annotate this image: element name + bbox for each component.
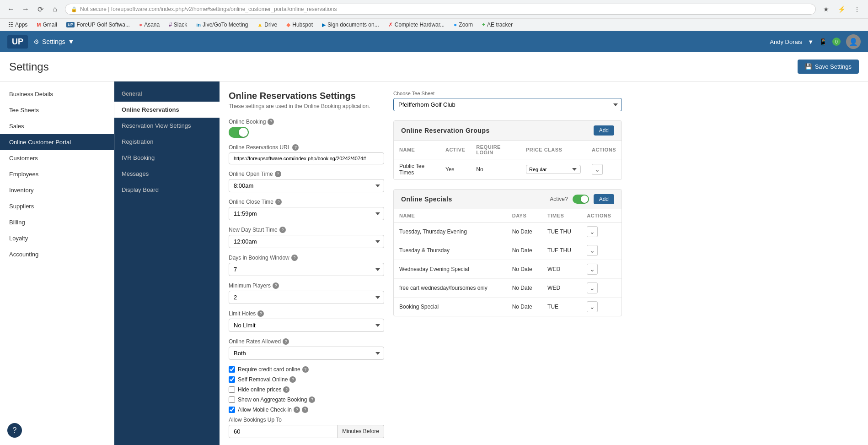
sidebar-item-billing[interactable]: Billing [0,214,114,230]
bookmark-hubspot[interactable]: ◆ Hubspot [283,21,316,29]
booking-window-info-icon[interactable]: ? [291,255,298,261]
save-settings-button[interactable]: 💾 Save Settings [798,60,859,74]
back-button[interactable]: ← [5,3,17,16]
online-specials-add-button[interactable]: Add [594,194,614,204]
reload-button[interactable]: ⟳ [34,3,47,16]
sidebar-item-employees[interactable]: Employees [0,166,114,182]
online-booking-info-icon[interactable]: ? [268,119,274,125]
open-time-info-icon[interactable]: ? [275,171,281,177]
sidebar-label-accounting: Accounting [9,251,38,258]
app-settings-button[interactable]: ⚙ Settings ▼ [33,38,74,45]
bookmark-asana[interactable]: ● Asana [135,21,163,29]
close-time-info-icon[interactable]: ? [275,199,282,205]
forward-button[interactable]: → [19,3,32,16]
sidebar-label-suppliers: Suppliers [9,203,34,210]
mobile-checkin-checkbox[interactable] [229,407,235,413]
app-logo[interactable]: UP [7,35,28,49]
tee-sheet-section: Choose Tee Sheet Pfeifferhorn Golf Club [393,91,622,111]
complete-icon: ✗ [388,22,393,28]
bookmark-sign[interactable]: ▶ Sign documents on... [318,21,383,29]
center-nav-item-reservation-view[interactable]: Reservation View Settings [114,118,220,134]
specials-col-actions: ACTIONS [581,209,622,222]
bookmark-jive[interactable]: in Jive/GoTo Meeting [193,21,252,29]
sidebar-item-loyalty[interactable]: Loyalty [0,230,114,246]
special-action-button-2[interactable]: ⌄ [587,264,598,275]
sidebar-item-business-details[interactable]: Business Details [0,86,114,102]
sidebar-item-suppliers[interactable]: Suppliers [0,198,114,214]
bookmark-zoom[interactable]: ● Zoom [450,21,477,29]
center-nav-item-ivr-booking[interactable]: IVR Booking [114,150,220,166]
url-input[interactable] [229,152,384,164]
tee-sheet-label: Choose Tee Sheet [393,91,622,96]
row-action-button[interactable]: ⌄ [592,164,603,175]
allow-bookings-input[interactable] [229,425,338,438]
aggregate-info-icon[interactable]: ? [309,396,315,403]
toggle-knob [239,128,248,137]
menu-button[interactable]: ⋮ [851,3,863,16]
new-day-select[interactable]: 12:00am [229,235,384,248]
booking-window-select[interactable]: 7 [229,263,384,276]
require-cc-info-icon[interactable]: ? [302,366,309,373]
mobile-checkin-info-icon[interactable]: ? [294,407,300,413]
price-class-select[interactable]: Regular [526,165,581,174]
open-time-select[interactable]: 8:00am [229,179,384,192]
url-info-icon[interactable]: ? [292,144,299,151]
help-button[interactable]: ? [7,423,22,438]
address-bar[interactable]: 🔒 Not secure | foreupsoftware.com/index.… [65,4,816,15]
center-nav-item-registration[interactable]: Registration [114,134,220,150]
sidebar-item-tee-sheets[interactable]: Tee Sheets [0,102,114,118]
table-row: Tuesday, Thursday Evening No Date TUE TH… [394,222,622,241]
center-nav-item-display-board[interactable]: Display Board [114,182,220,198]
sidebar-item-accounting[interactable]: Accounting [0,246,114,262]
limit-holes-select[interactable]: No Limit [229,319,384,332]
col-actions: ACTIONS [586,141,622,159]
self-removal-checkbox[interactable] [229,376,235,383]
bookmarks-bar: ☷ Apps M Gmail UP ForeUP Golf Softwa... … [0,19,868,31]
bookmark-ae[interactable]: + AE tracker [478,21,516,29]
center-nav-label-display-board: Display Board [122,186,159,193]
special-action-button-0[interactable]: ⌄ [587,226,598,237]
special-times-1: TUE THU [542,241,581,260]
star-button[interactable]: ★ [820,3,832,16]
sidebar-item-inventory[interactable]: Inventory [0,182,114,198]
user-name[interactable]: Andy Dorais [770,38,802,45]
mobile-checkin-info-icon2[interactable]: ? [302,407,308,413]
limit-holes-info-icon[interactable]: ? [257,310,264,317]
center-nav-item-online-reservations[interactable]: Online Reservations [114,102,220,118]
self-removal-info-icon[interactable]: ? [289,376,296,383]
user-avatar[interactable]: 👤 [846,34,861,49]
tee-sheet-select[interactable]: Pfeifferhorn Golf Club [393,98,622,111]
bookmark-apps[interactable]: ☷ Apps [5,21,31,29]
jive-icon: in [196,22,201,27]
sidebar-item-sales[interactable]: Sales [0,118,114,134]
require-cc-checkbox[interactable] [229,366,235,373]
bookmark-drive[interactable]: ▲ Drive [253,21,281,29]
bookmark-complete[interactable]: ✗ Complete Hardwar... [385,21,448,29]
special-action-button-4[interactable]: ⌄ [587,301,598,312]
notification-badge[interactable]: 0 [832,38,841,46]
allow-bookings-suffix: Minutes Before [338,425,384,438]
online-rates-info-icon[interactable]: ? [283,338,289,345]
sidebar-item-customers[interactable]: Customers [0,150,114,166]
min-players-select[interactable]: 2 [229,291,384,304]
close-time-field: Online Close Time ? 11:59pm [229,199,384,220]
bookmark-foreup[interactable]: UP ForeUP Golf Softwa... [63,21,134,29]
reservation-groups-add-button[interactable]: Add [594,125,614,136]
close-time-select[interactable]: 11:59pm [229,207,384,220]
min-players-info-icon[interactable]: ? [273,282,279,289]
special-action-button-1[interactable]: ⌄ [587,245,598,256]
bookmark-gmail[interactable]: M Gmail [33,21,61,29]
aggregate-checkbox[interactable] [229,396,235,403]
online-specials-toggle[interactable] [573,195,589,204]
special-action-button-3[interactable]: ⌄ [587,282,598,293]
center-nav-item-messages[interactable]: Messages [114,166,220,182]
online-rates-select[interactable]: Both [229,347,384,360]
bookmark-slack[interactable]: # Slack [165,21,191,29]
new-day-info-icon[interactable]: ? [279,227,286,233]
sidebar-item-online-customer-portal[interactable]: Online Customer Portal [0,134,114,150]
online-booking-toggle[interactable] [229,127,249,138]
hide-prices-checkbox[interactable] [229,386,235,393]
hide-prices-info-icon[interactable]: ? [283,386,289,393]
extensions-button[interactable]: ⚡ [835,3,848,16]
home-button[interactable]: ⌂ [48,3,61,16]
